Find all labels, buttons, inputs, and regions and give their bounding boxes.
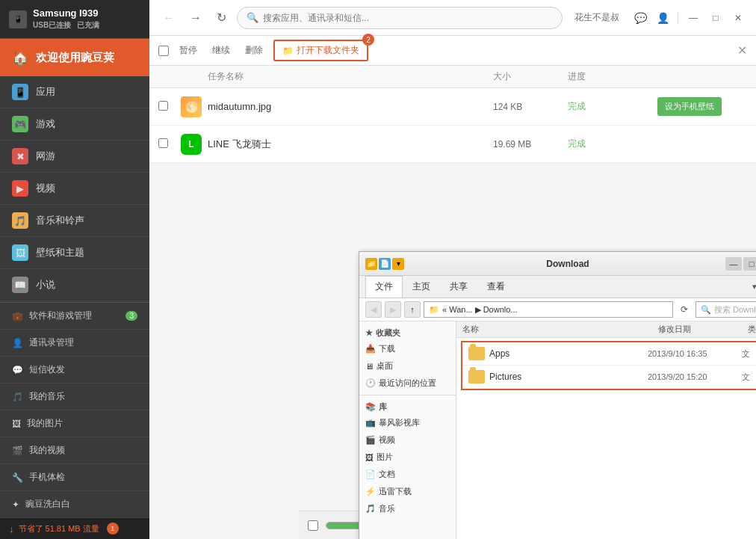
ribbon-tab-file[interactable]: 文件 — [365, 276, 403, 298]
explorer-minimize-button[interactable]: — — [725, 257, 742, 271]
sidebar-music[interactable]: 🎵 音乐 — [359, 500, 456, 517]
row2-thumbnail: L — [181, 134, 202, 155]
row1-checkbox[interactable] — [158, 101, 168, 111]
message-icon[interactable]: 💬 — [631, 9, 649, 27]
sidebar-nav: 📱 应用 🎮 游戏 ✖ 网游 ▶ 视频 🎵 音乐和铃声 🖼 壁纸和主题 📖 小说 — [0, 76, 149, 302]
col-name-header: 任务名称 — [208, 70, 493, 83]
thunder-icon: ⚡ — [365, 487, 376, 496]
apps-file-date: 2013/9/10 16:35 — [648, 349, 737, 358]
sidebar-item-app-label: 应用 — [36, 85, 55, 99]
search-icon: 🔍 — [247, 12, 258, 23]
search-input[interactable] — [263, 13, 553, 23]
sidebar-desktop[interactable]: 🖥 桌面 — [359, 357, 456, 375]
explorer-titlebar: 📁 📄 ▾ Download — □ ✕ — [359, 252, 756, 276]
set-wallpaper-button[interactable]: 设为手机壁纸 — [657, 97, 722, 116]
ribbon-tab-home[interactable]: 主页 — [403, 276, 440, 298]
forward-button[interactable]: → — [185, 8, 206, 28]
ribbon-tab-share[interactable]: 共享 — [440, 276, 477, 298]
sidebar-item-video[interactable]: ▶ 视频 — [0, 173, 149, 205]
file-row-pictures[interactable]: Pictures 2013/9/20 15:20 文 — [462, 366, 756, 389]
sidebar-item-software[interactable]: 💼 软件和游戏管理 3 — [0, 303, 149, 330]
sidebar-item-app[interactable]: 📱 应用 — [0, 76, 149, 108]
maximize-button[interactable]: □ — [707, 9, 725, 27]
baofeng-icon: 📺 — [365, 418, 376, 428]
software-label: 软件和游戏管理 — [29, 309, 92, 322]
row1-size: 124 KB — [493, 102, 568, 112]
ribbon-tab-view[interactable]: 查看 — [477, 276, 515, 298]
sidebar-download[interactable]: 📥 下载 — [359, 340, 456, 357]
netgame-icon: ✖ — [12, 148, 28, 164]
sidebar-recent[interactable]: 🕐 最近访问的位置 — [359, 375, 456, 392]
wallpaper-icon: 🖼 — [12, 244, 28, 261]
sidebar-item-netgame[interactable]: ✖ 网游 — [0, 141, 149, 173]
novel-icon: 📖 — [12, 277, 28, 293]
refresh-button[interactable]: ↻ — [212, 7, 231, 28]
file-row-apps[interactable]: Apps 2013/9/10 16:35 文 — [462, 342, 756, 366]
device-name: Samsung I939 — [33, 7, 99, 19]
addr-forward-button[interactable]: ▶ — [385, 301, 401, 318]
toolbar: 暂停 继续 删除 📁 打开下载文件夹 2 ✕ — [149, 36, 756, 66]
sidebar-item-netgame-label: 网游 — [36, 150, 55, 163]
close-button[interactable]: ✕ — [729, 9, 747, 27]
pause-button[interactable]: 暂停 — [175, 41, 202, 60]
main: ← → ↻ 🔍 花生不是叔 💬 👤 — □ ✕ 暂停 继续 删除 📁 打开下载文… — [149, 0, 756, 539]
sidebar-baofeng[interactable]: 📺 暴风影视库 — [359, 414, 456, 431]
sidebar-item-music[interactable]: 🎵 音乐和铃声 — [0, 205, 149, 237]
sidebar-home[interactable]: 🏠 欢迎使用豌豆荚 — [0, 39, 149, 76]
explorer-search-placeholder: 搜索 Download — [714, 304, 756, 315]
pictures-file-date: 2013/9/20 15:20 — [648, 372, 737, 381]
sidebar-item-myvideo[interactable]: 🎬 我的视频 — [0, 437, 149, 464]
sidebar-item-wallpaper[interactable]: 🖼 壁纸和主题 — [0, 237, 149, 269]
continue-button[interactable]: 继续 — [208, 41, 235, 60]
divider — [678, 12, 678, 24]
wandou-label: 豌豆洗白白 — [25, 498, 70, 511]
pictures-folder-icon — [468, 370, 485, 384]
table-header: 任务名称 大小 进度 — [149, 66, 756, 88]
sidebar-item-wandou[interactable]: ✦ 豌豆洗白白 — [0, 491, 149, 518]
addr-refresh-button[interactable]: ⟳ — [676, 301, 693, 318]
device-icon: 📱 — [9, 10, 27, 28]
addr-up-button[interactable]: ↑ — [404, 301, 421, 318]
sms-icon: 💬 — [12, 365, 23, 375]
home-icon: 🏠 — [12, 49, 28, 66]
files-highlight-box: 3 Apps 2013/9/10 16:35 文 Pictures 2013/9… — [461, 341, 756, 390]
select-all-checkbox[interactable] — [158, 46, 169, 56]
sidebar-documents[interactable]: 📄 文档 — [359, 466, 456, 483]
address-path[interactable]: 📁 « Wan... ▶ Downlo... — [424, 301, 673, 318]
sidebar-pictures[interactable]: 🖼 图片 — [359, 449, 456, 466]
contacts-icon: 👤 — [12, 338, 23, 348]
explorer-search-box[interactable]: 🔍 搜索 Download — [695, 301, 756, 318]
explorer-maximize-button[interactable]: □ — [743, 257, 756, 271]
mymusic-icon: 🎵 — [12, 392, 23, 402]
device-sub1: USB已连接 — [33, 20, 71, 31]
device-info: Samsung I939 USB已连接 已充满 — [33, 7, 99, 31]
toolbar-close-button[interactable]: ✕ — [737, 43, 747, 58]
sidebar-video[interactable]: 🎬 视频 — [359, 431, 456, 449]
row2-size: 19.69 MB — [493, 139, 568, 150]
sidebar-item-phonecheck[interactable]: 🔧 手机体检 — [0, 464, 149, 491]
sidebar-item-sms[interactable]: 💬 短信收发 — [0, 357, 149, 384]
explorer-window: 📁 📄 ▾ Download — □ ✕ 文件 主页 共享 查看 — [359, 251, 756, 539]
apps-file-type: 文 — [742, 348, 756, 360]
open-download-badge: 2 — [362, 34, 374, 46]
sidebar-item-mypictures[interactable]: 🖼 我的图片 — [0, 410, 149, 437]
bottom-checkbox[interactable] — [308, 520, 318, 531]
sidebar-item-mymusic[interactable]: 🎵 我的音乐 — [0, 384, 149, 410]
row1-status: 完成 — [568, 100, 657, 113]
row2-checkbox[interactable] — [158, 138, 168, 148]
status-badge: 1 — [107, 523, 119, 535]
open-download-button[interactable]: 📁 打开下载文件夹 2 — [273, 40, 368, 61]
explorer-search-icon: 🔍 — [701, 305, 711, 315]
sidebar-item-novel[interactable]: 📖 小说 — [0, 269, 149, 301]
addr-back-button[interactable]: ◀ — [365, 301, 382, 318]
sidebar: 📱 Samsung I939 USB已连接 已充满 🏠 欢迎使用豌豆荚 📱 应用… — [0, 0, 149, 539]
back-button[interactable]: ← — [158, 8, 179, 28]
user-icon[interactable]: 👤 — [654, 9, 672, 27]
minimize-button[interactable]: — — [684, 9, 702, 27]
sidebar-thunder[interactable]: ⚡ 迅雷下载 — [359, 483, 456, 500]
sidebar-item-contacts[interactable]: 👤 通讯录管理 — [0, 330, 149, 357]
explorer-files: 名称 修改日期 类型 3 Apps 2013/9/10 16:35 文 — [456, 321, 756, 539]
sidebar-item-game[interactable]: 🎮 游戏 — [0, 108, 149, 141]
delete-button[interactable]: 删除 — [241, 41, 267, 60]
ribbon-expand-icon[interactable]: ▾ — [752, 282, 756, 292]
